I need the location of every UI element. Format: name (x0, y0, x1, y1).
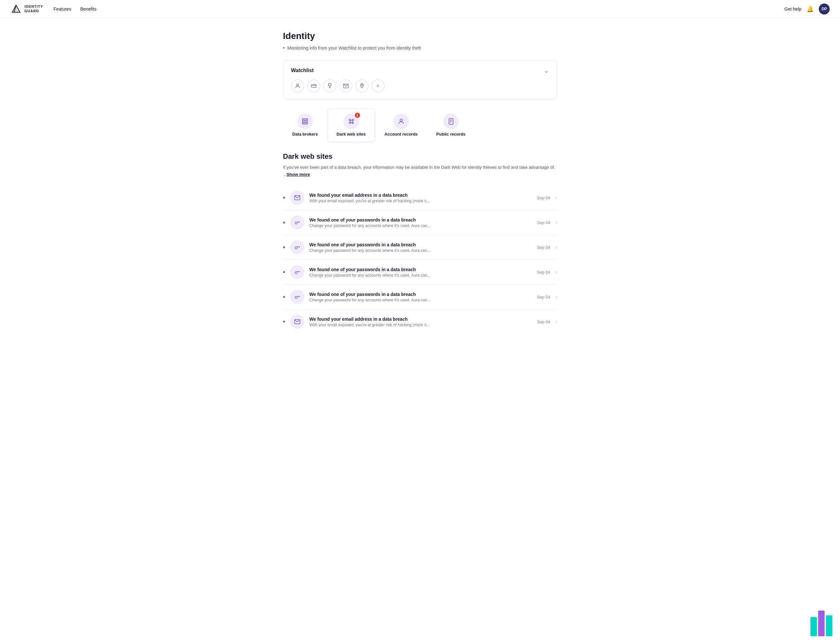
watchlist-email-btn[interactable] (339, 79, 352, 92)
nav-features[interactable]: Features (53, 7, 71, 12)
tab-account-records[interactable]: Account records (375, 108, 427, 142)
public-records-icon (443, 114, 459, 129)
watchlist-plug-btn[interactable] (323, 79, 336, 92)
logo[interactable]: IDENTITY GUARD (10, 3, 43, 15)
alert-chevron-icon: › (555, 245, 557, 250)
watchlist-person-btn[interactable] (291, 79, 304, 92)
watchlist-icons: + (291, 79, 549, 92)
watchlist-card-btn[interactable] (307, 79, 320, 92)
alert-item[interactable]: We found one of your passwords in a data… (283, 235, 557, 260)
svg-point-27 (295, 222, 297, 224)
alert-chevron-icon: › (555, 195, 557, 200)
navbar: IDENTITY GUARD Features Benefits Get hel… (0, 0, 840, 18)
alert-desc: With your email exposed, you're at great… (309, 323, 532, 327)
alert-date: Sep 04 (537, 196, 550, 200)
alert-dot (283, 296, 285, 298)
nav-links: Features Benefits (53, 7, 784, 12)
key-alert-icon (290, 215, 305, 230)
nav-benefits[interactable]: Benefits (80, 7, 97, 12)
dark-web-badge: 1 (355, 113, 360, 118)
alert-chevron-icon: › (555, 220, 557, 225)
page-subtitle: Monitoring info from your Watchlist to p… (283, 45, 557, 51)
svg-point-18 (352, 119, 354, 121)
watchlist-add-btn[interactable]: + (372, 79, 385, 92)
watchlist-location-btn[interactable] (355, 79, 368, 92)
alert-date: Sep 04 (537, 220, 550, 225)
alert-date: Sep 04 (537, 270, 550, 275)
alert-list: We found your email address in a data br… (283, 186, 557, 334)
tab-public-records-label: Public records (436, 132, 465, 136)
email-alert-icon (290, 315, 305, 329)
alert-content: We found one of your passwords in a data… (309, 292, 532, 302)
alert-dot (283, 246, 285, 248)
alert-content: We found one of your passwords in a data… (309, 242, 532, 253)
svg-point-3 (296, 84, 298, 86)
svg-rect-13 (303, 119, 308, 120)
tab-account-records-label: Account records (385, 132, 418, 136)
tab-public-records[interactable]: Public records (427, 108, 475, 142)
svg-rect-4 (311, 85, 316, 87)
main-content: Identity Monitoring info from your Watch… (275, 18, 565, 353)
show-more-link[interactable]: Show more (287, 172, 310, 177)
navbar-right: Get help 🔔 DP (784, 3, 830, 15)
alert-item[interactable]: We found one of your passwords in a data… (283, 285, 557, 309)
alert-desc: Change your password for any accounts wh… (309, 223, 532, 228)
alert-dot (283, 271, 285, 273)
alert-item[interactable]: We found one of your passwords in a data… (283, 210, 557, 235)
watchlist-collapse-icon[interactable]: ⌄ (544, 67, 549, 74)
alert-chevron-icon: › (555, 269, 557, 275)
section-description: If you've ever been part of a data breac… (283, 164, 557, 178)
tab-dark-web-sites[interactable]: 1 Dark web sites (327, 108, 375, 142)
svg-point-30 (295, 247, 297, 249)
tabs-row: Data brokers 1 Dark web sites Account re… (283, 108, 557, 142)
alert-dot (283, 321, 285, 323)
email-alert-icon (290, 191, 305, 205)
key-alert-icon (290, 240, 305, 255)
svg-rect-14 (303, 121, 308, 122)
notification-bell-icon[interactable]: 🔔 (807, 5, 814, 13)
svg-point-17 (349, 119, 350, 121)
alert-item[interactable]: We found one of your passwords in a data… (283, 260, 557, 285)
key-alert-icon (290, 290, 305, 304)
svg-point-19 (349, 122, 350, 124)
alert-dot (283, 197, 285, 199)
svg-rect-15 (303, 123, 308, 124)
account-records-icon (393, 114, 409, 129)
alert-title: We found your email address in a data br… (309, 317, 532, 322)
alert-desc: Change your password for any accounts wh… (309, 298, 532, 302)
page-title: Identity (283, 31, 557, 41)
alert-chevron-icon: › (555, 319, 557, 325)
alert-desc: With your email exposed, you're at great… (309, 199, 532, 203)
get-help-link[interactable]: Get help (784, 7, 801, 12)
alert-date: Sep 04 (537, 319, 550, 324)
alert-content: We found your email address in a data br… (309, 192, 532, 203)
alert-date: Sep 04 (537, 245, 550, 250)
alert-item[interactable]: We found your email address in a data br… (283, 309, 557, 334)
section-title: Dark web sites (283, 152, 557, 161)
user-avatar[interactable]: DP (819, 3, 830, 15)
key-alert-icon (290, 265, 305, 279)
svg-point-33 (295, 272, 297, 274)
watchlist-card: Watchlist ⌄ + (283, 60, 557, 99)
alert-chevron-icon: › (555, 294, 557, 300)
data-brokers-icon (297, 114, 313, 129)
alert-desc: Change your password for any accounts wh… (309, 248, 532, 253)
alert-title: We found your email address in a data br… (309, 192, 532, 198)
watchlist-header: Watchlist ⌄ (291, 67, 549, 74)
alert-content: We found one of your passwords in a data… (309, 267, 532, 278)
alert-desc: Change your password for any accounts wh… (309, 273, 532, 278)
alert-item[interactable]: We found your email address in a data br… (283, 186, 557, 210)
svg-point-21 (400, 119, 402, 122)
alert-title: We found one of your passwords in a data… (309, 217, 532, 222)
svg-point-12 (361, 85, 362, 85)
alert-dot (283, 222, 285, 223)
alert-content: We found your email address in a data br… (309, 317, 532, 327)
alert-date: Sep 04 (537, 295, 550, 299)
tab-data-brokers-label: Data brokers (292, 132, 318, 136)
alert-title: We found one of your passwords in a data… (309, 242, 532, 247)
alert-title: We found one of your passwords in a data… (309, 292, 532, 297)
svg-point-20 (352, 122, 354, 124)
dark-web-icon: 1 (344, 114, 359, 129)
alert-content: We found one of your passwords in a data… (309, 217, 532, 228)
tab-data-brokers[interactable]: Data brokers (283, 108, 327, 142)
